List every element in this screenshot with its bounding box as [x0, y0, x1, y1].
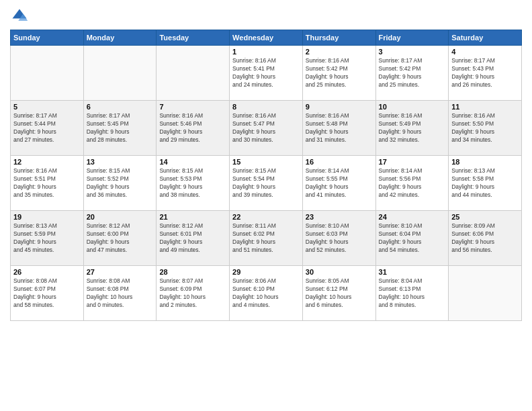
page: SundayMondayTuesdayWednesdayThursdayFrid… — [0, 0, 532, 411]
calendar-cell: 31Sunrise: 8:04 AM Sunset: 6:13 PM Dayli… — [375, 266, 449, 321]
day-info: Sunrise: 8:17 AM Sunset: 5:44 PM Dayligh… — [13, 112, 81, 144]
calendar-week-row: 5Sunrise: 8:17 AM Sunset: 5:44 PM Daylig… — [11, 101, 522, 156]
calendar-cell: 25Sunrise: 8:09 AM Sunset: 6:06 PM Dayli… — [449, 211, 522, 266]
day-info: Sunrise: 8:11 AM Sunset: 6:02 PM Dayligh… — [232, 222, 300, 255]
day-info: Sunrise: 8:12 AM Sunset: 6:00 PM Dayligh… — [87, 222, 154, 255]
weekday-header-row: SundayMondayTuesdayWednesdayThursdayFrid… — [11, 30, 522, 46]
day-number: 29 — [232, 268, 300, 276]
calendar-cell: 24Sunrise: 8:10 AM Sunset: 6:04 PM Dayli… — [375, 211, 449, 266]
header — [10, 7, 522, 26]
logo — [10, 7, 32, 26]
day-info: Sunrise: 8:17 AM Sunset: 5:42 PM Dayligh… — [379, 57, 446, 89]
calendar-cell: 7Sunrise: 8:16 AM Sunset: 5:46 PM Daylig… — [157, 101, 230, 156]
day-number: 2 — [306, 48, 373, 56]
day-info: Sunrise: 8:13 AM Sunset: 5:58 PM Dayligh… — [451, 167, 519, 199]
calendar-cell: 16Sunrise: 8:14 AM Sunset: 5:55 PM Dayli… — [302, 156, 375, 211]
day-info: Sunrise: 8:07 AM Sunset: 6:09 PM Dayligh… — [159, 277, 226, 310]
calendar-cell: 18Sunrise: 8:13 AM Sunset: 5:58 PM Dayli… — [449, 156, 522, 211]
day-number: 25 — [451, 213, 519, 221]
day-info: Sunrise: 8:15 AM Sunset: 5:54 PM Dayligh… — [232, 167, 300, 199]
day-info: Sunrise: 8:17 AM Sunset: 5:43 PM Dayligh… — [451, 57, 519, 89]
day-number: 30 — [306, 268, 373, 276]
calendar-cell: 10Sunrise: 8:16 AM Sunset: 5:49 PM Dayli… — [375, 101, 449, 156]
calendar-week-row: 1Sunrise: 8:16 AM Sunset: 5:41 PM Daylig… — [11, 46, 522, 101]
day-number: 5 — [13, 103, 81, 111]
calendar-cell: 5Sunrise: 8:17 AM Sunset: 5:44 PM Daylig… — [11, 101, 84, 156]
day-info: Sunrise: 8:06 AM Sunset: 6:10 PM Dayligh… — [232, 277, 300, 310]
day-number: 24 — [379, 213, 446, 221]
calendar-cell: 4Sunrise: 8:17 AM Sunset: 5:43 PM Daylig… — [449, 46, 522, 101]
calendar-cell: 28Sunrise: 8:07 AM Sunset: 6:09 PM Dayli… — [157, 266, 230, 321]
calendar-cell: 9Sunrise: 8:16 AM Sunset: 5:48 PM Daylig… — [302, 101, 375, 156]
calendar-cell: 26Sunrise: 8:08 AM Sunset: 6:07 PM Dayli… — [11, 266, 84, 321]
calendar-cell: 2Sunrise: 8:16 AM Sunset: 5:42 PM Daylig… — [302, 46, 375, 101]
day-number: 31 — [379, 268, 446, 276]
day-number: 16 — [306, 158, 373, 166]
calendar-cell — [83, 46, 157, 101]
weekday-header-sunday: Sunday — [11, 30, 84, 46]
weekday-header-monday: Monday — [83, 30, 157, 46]
day-info: Sunrise: 8:16 AM Sunset: 5:47 PM Dayligh… — [232, 112, 300, 144]
day-info: Sunrise: 8:12 AM Sunset: 6:01 PM Dayligh… — [159, 222, 226, 255]
weekday-header-friday: Friday — [375, 30, 449, 46]
day-info: Sunrise: 8:05 AM Sunset: 6:12 PM Dayligh… — [306, 277, 373, 310]
calendar-cell: 20Sunrise: 8:12 AM Sunset: 6:00 PM Dayli… — [83, 211, 157, 266]
day-info: Sunrise: 8:15 AM Sunset: 5:53 PM Dayligh… — [159, 167, 226, 199]
day-number: 3 — [379, 48, 446, 56]
calendar-cell: 12Sunrise: 8:16 AM Sunset: 5:51 PM Dayli… — [11, 156, 84, 211]
logo-icon — [10, 7, 29, 26]
calendar-cell: 15Sunrise: 8:15 AM Sunset: 5:54 PM Dayli… — [230, 156, 303, 211]
calendar-cell — [11, 46, 84, 101]
day-info: Sunrise: 8:16 AM Sunset: 5:41 PM Dayligh… — [232, 57, 300, 89]
calendar-week-row: 12Sunrise: 8:16 AM Sunset: 5:51 PM Dayli… — [11, 156, 522, 211]
day-number: 4 — [451, 48, 519, 56]
calendar-cell: 27Sunrise: 8:08 AM Sunset: 6:08 PM Dayli… — [83, 266, 157, 321]
calendar: SundayMondayTuesdayWednesdayThursdayFrid… — [10, 30, 522, 321]
day-info: Sunrise: 8:15 AM Sunset: 5:52 PM Dayligh… — [87, 167, 154, 199]
calendar-cell: 14Sunrise: 8:15 AM Sunset: 5:53 PM Dayli… — [157, 156, 230, 211]
calendar-cell — [449, 266, 522, 321]
day-number: 28 — [159, 268, 226, 276]
day-info: Sunrise: 8:14 AM Sunset: 5:56 PM Dayligh… — [379, 167, 446, 199]
day-number: 7 — [159, 103, 226, 111]
day-number: 8 — [232, 103, 300, 111]
day-info: Sunrise: 8:16 AM Sunset: 5:48 PM Dayligh… — [306, 112, 373, 144]
day-number: 18 — [451, 158, 519, 166]
calendar-cell: 23Sunrise: 8:10 AM Sunset: 6:03 PM Dayli… — [302, 211, 375, 266]
day-info: Sunrise: 8:04 AM Sunset: 6:13 PM Dayligh… — [379, 277, 446, 310]
calendar-cell: 11Sunrise: 8:16 AM Sunset: 5:50 PM Dayli… — [449, 101, 522, 156]
weekday-header-thursday: Thursday — [302, 30, 375, 46]
day-number: 15 — [232, 158, 300, 166]
day-info: Sunrise: 8:09 AM Sunset: 6:06 PM Dayligh… — [451, 222, 519, 255]
calendar-cell: 17Sunrise: 8:14 AM Sunset: 5:56 PM Dayli… — [375, 156, 449, 211]
day-number: 23 — [306, 213, 373, 221]
day-number: 21 — [159, 213, 226, 221]
day-info: Sunrise: 8:10 AM Sunset: 6:04 PM Dayligh… — [379, 222, 446, 255]
day-info: Sunrise: 8:10 AM Sunset: 6:03 PM Dayligh… — [306, 222, 373, 255]
calendar-cell: 8Sunrise: 8:16 AM Sunset: 5:47 PM Daylig… — [230, 101, 303, 156]
calendar-cell: 30Sunrise: 8:05 AM Sunset: 6:12 PM Dayli… — [302, 266, 375, 321]
day-info: Sunrise: 8:14 AM Sunset: 5:55 PM Dayligh… — [306, 167, 373, 199]
day-number: 9 — [306, 103, 373, 111]
day-info: Sunrise: 8:17 AM Sunset: 5:45 PM Dayligh… — [87, 112, 154, 144]
day-number: 19 — [13, 213, 81, 221]
day-number: 14 — [159, 158, 226, 166]
calendar-cell: 1Sunrise: 8:16 AM Sunset: 5:41 PM Daylig… — [230, 46, 303, 101]
day-info: Sunrise: 8:16 AM Sunset: 5:51 PM Dayligh… — [13, 167, 81, 199]
day-number: 17 — [379, 158, 446, 166]
day-number: 22 — [232, 213, 300, 221]
day-info: Sunrise: 8:08 AM Sunset: 6:07 PM Dayligh… — [13, 277, 81, 310]
day-number: 10 — [379, 103, 446, 111]
day-number: 20 — [87, 213, 154, 221]
calendar-cell: 21Sunrise: 8:12 AM Sunset: 6:01 PM Dayli… — [157, 211, 230, 266]
weekday-header-wednesday: Wednesday — [230, 30, 303, 46]
calendar-cell: 22Sunrise: 8:11 AM Sunset: 6:02 PM Dayli… — [230, 211, 303, 266]
day-number: 12 — [13, 158, 81, 166]
day-info: Sunrise: 8:08 AM Sunset: 6:08 PM Dayligh… — [87, 277, 154, 310]
calendar-cell: 13Sunrise: 8:15 AM Sunset: 5:52 PM Dayli… — [83, 156, 157, 211]
day-number: 11 — [451, 103, 519, 111]
day-info: Sunrise: 8:13 AM Sunset: 5:59 PM Dayligh… — [13, 222, 81, 255]
day-info: Sunrise: 8:16 AM Sunset: 5:46 PM Dayligh… — [159, 112, 226, 144]
calendar-week-row: 19Sunrise: 8:13 AM Sunset: 5:59 PM Dayli… — [11, 211, 522, 266]
weekday-header-saturday: Saturday — [449, 30, 522, 46]
